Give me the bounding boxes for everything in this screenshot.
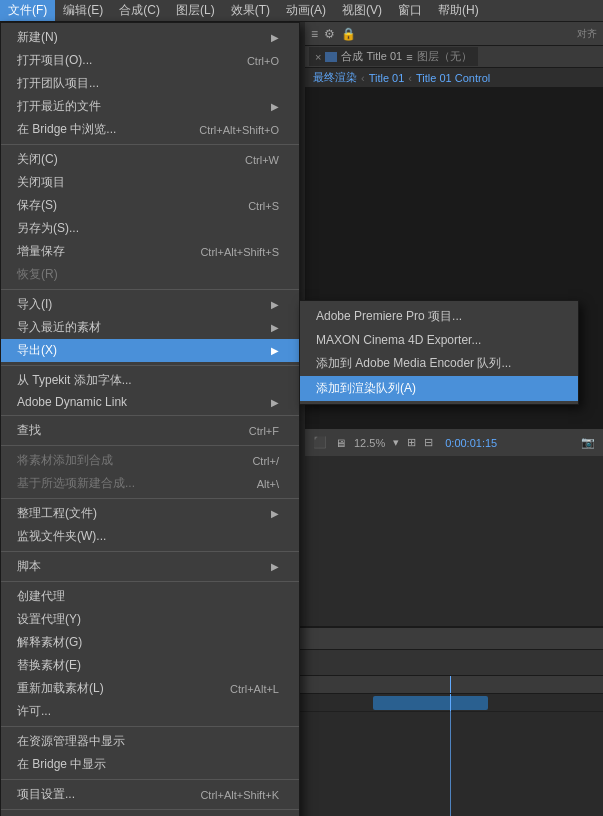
compose-tab-equal: ≡ bbox=[406, 51, 412, 63]
menu-item-close-label: 关闭(C) bbox=[17, 151, 58, 168]
menu-item-show-explorer[interactable]: 在资源管理器中显示 bbox=[1, 730, 299, 753]
compose-tab-icon bbox=[325, 52, 337, 62]
menu-item-dynamic-link-arrow: ▶ bbox=[271, 397, 279, 408]
sep-3 bbox=[1, 365, 299, 366]
menu-item-typekit[interactable]: 从 Typekit 添加字体... bbox=[1, 369, 299, 392]
menu-item-watch-folder[interactable]: 监视文件夹(W)... bbox=[1, 525, 299, 548]
panel-icon-3: 🔒 bbox=[341, 27, 356, 41]
sep-2 bbox=[1, 289, 299, 290]
panel-icon-2: ⚙ bbox=[324, 27, 335, 41]
menu-item-replace-footage-label: 替换素材(E) bbox=[17, 657, 81, 674]
menu-item-import-label: 导入(I) bbox=[17, 296, 52, 313]
breadcrumb-sep2: ‹ bbox=[408, 72, 412, 84]
menu-item-open-label: 打开项目(O)... bbox=[17, 52, 92, 69]
menu-item-bridge-shortcut: Ctrl+Alt+Shift+O bbox=[199, 124, 279, 136]
menu-item-increment-shortcut: Ctrl+Alt+Shift+S bbox=[200, 246, 279, 258]
sep-8 bbox=[1, 581, 299, 582]
menubar-item-layer[interactable]: 图层(L) bbox=[168, 0, 223, 21]
compose-tab[interactable]: × 合成 Title 01 ≡ 图层（无） bbox=[309, 47, 478, 66]
menu-item-open-recent[interactable]: 打开最近的文件 ▶ bbox=[1, 95, 299, 118]
menubar-item-window[interactable]: 窗口 bbox=[390, 0, 430, 21]
menu-item-new-label: 新建(N) bbox=[17, 29, 58, 46]
menu-item-show-explorer-label: 在资源管理器中显示 bbox=[17, 733, 125, 750]
menu-item-save[interactable]: 保存(S) Ctrl+S bbox=[1, 194, 299, 217]
layer-bar-1 bbox=[373, 696, 488, 710]
menu-item-revert-label: 恢复(R) bbox=[17, 266, 58, 283]
menu-item-import-arrow: ▶ bbox=[271, 299, 279, 310]
menu-item-create-proxy-label: 创建代理 bbox=[17, 588, 65, 605]
menu-item-reload-footage-label: 重新加载素材(L) bbox=[17, 680, 104, 697]
menubar-item-animation[interactable]: 动画(A) bbox=[278, 0, 334, 21]
menubar-item-help[interactable]: 帮助(H) bbox=[430, 0, 487, 21]
viewer-icon-render[interactable]: ⬛ bbox=[313, 436, 327, 449]
menu-item-reload-footage[interactable]: 重新加载素材(L) Ctrl+Alt+L bbox=[1, 677, 299, 700]
export-cinema4d[interactable]: MAXON Cinema 4D Exporter... bbox=[300, 329, 578, 351]
menu-item-revert: 恢复(R) bbox=[1, 263, 299, 286]
menu-item-consolidate[interactable]: 整理工程(文件) ▶ bbox=[1, 502, 299, 525]
compose-tab-label: 合成 Title 01 bbox=[341, 49, 402, 64]
menu-item-open-recent-arrow: ▶ bbox=[271, 101, 279, 112]
menu-item-close[interactable]: 关闭(C) Ctrl+W bbox=[1, 148, 299, 171]
menu-item-open[interactable]: 打开项目(O)... Ctrl+O bbox=[1, 49, 299, 72]
viewer-icon-monitor[interactable]: 🖥 bbox=[335, 437, 346, 449]
sep-4 bbox=[1, 415, 299, 416]
menubar-item-edit[interactable]: 编辑(E) bbox=[55, 0, 111, 21]
menu-item-set-proxy[interactable]: 设置代理(Y) bbox=[1, 608, 299, 631]
menu-item-bridge[interactable]: 在 Bridge 中浏览... Ctrl+Alt+Shift+O bbox=[1, 118, 299, 141]
menu-item-scripts[interactable]: 脚本 ▶ bbox=[1, 555, 299, 578]
menu-item-save-as-label: 另存为(S)... bbox=[17, 220, 79, 237]
menu-item-watch-folder-label: 监视文件夹(W)... bbox=[17, 528, 106, 545]
menu-item-open-team[interactable]: 打开团队项目... bbox=[1, 72, 299, 95]
breadcrumb-control[interactable]: Title 01 Control bbox=[416, 72, 490, 84]
menu-item-typekit-label: 从 Typekit 添加字体... bbox=[17, 372, 132, 389]
viewer-time: 0:00:01:15 bbox=[445, 437, 497, 449]
menu-item-bridge-label: 在 Bridge 中浏览... bbox=[17, 121, 116, 138]
menu-item-create-proxy[interactable]: 创建代理 bbox=[1, 585, 299, 608]
export-render-queue[interactable]: 添加到渲染队列(A) bbox=[300, 376, 578, 401]
menu-item-project-settings[interactable]: 项目设置... Ctrl+Alt+Shift+K bbox=[1, 783, 299, 806]
breadcrumb-render[interactable]: 最终渲染 bbox=[313, 70, 357, 85]
menu-item-new[interactable]: 新建(N) ▶ bbox=[1, 26, 299, 49]
viewer-icon-resize[interactable]: ⊞ bbox=[407, 436, 416, 449]
menu-item-show-bridge-label: 在 Bridge 中显示 bbox=[17, 756, 106, 773]
breadcrumb-title01[interactable]: Title 01 bbox=[369, 72, 405, 84]
menu-item-import-recent[interactable]: 导入最近的素材 ▶ bbox=[1, 316, 299, 339]
menu-item-set-proxy-label: 设置代理(Y) bbox=[17, 611, 81, 628]
menu-item-export[interactable]: 导出(X) ▶ bbox=[1, 339, 299, 362]
menubar-item-view[interactable]: 视图(V) bbox=[334, 0, 390, 21]
menu-item-replace-footage[interactable]: 替换素材(E) bbox=[1, 654, 299, 677]
menu-item-import[interactable]: 导入(I) ▶ bbox=[1, 293, 299, 316]
viewer-icon-camera[interactable]: 📷 bbox=[581, 436, 595, 449]
sep-10 bbox=[1, 779, 299, 780]
viewer-zoom[interactable]: 12.5% bbox=[354, 437, 385, 449]
viewer-icon-grid[interactable]: ⊟ bbox=[424, 436, 433, 449]
menu-item-import-recent-label: 导入最近的素材 bbox=[17, 319, 101, 336]
menubar-item-compose[interactable]: 合成(C) bbox=[111, 0, 168, 21]
menu-item-new-comp-selection-label: 基于所选项新建合成... bbox=[17, 475, 135, 492]
menu-item-close-project[interactable]: 关闭项目 bbox=[1, 171, 299, 194]
menubar: 文件(F) 编辑(E) 合成(C) 图层(L) 效果(T) 动画(A) 视图(V… bbox=[0, 0, 603, 22]
menu-item-new-comp-selection-shortcut: Alt+\ bbox=[257, 478, 279, 490]
file-menu: 新建(N) ▶ 打开项目(O)... Ctrl+O 打开团队项目... 打开最近… bbox=[0, 22, 300, 816]
menu-item-increment-save[interactable]: 增量保存 Ctrl+Alt+Shift+S bbox=[1, 240, 299, 263]
menu-item-scripts-arrow: ▶ bbox=[271, 561, 279, 572]
menu-item-open-team-label: 打开团队项目... bbox=[17, 75, 99, 92]
menu-item-new-arrow: ▶ bbox=[271, 32, 279, 43]
menu-item-license[interactable]: 许可... bbox=[1, 700, 299, 723]
export-media-encoder[interactable]: 添加到 Adobe Media Encoder 队列... bbox=[300, 351, 578, 376]
export-premiere[interactable]: Adobe Premiere Pro 项目... bbox=[300, 304, 578, 329]
menu-item-add-footage: 将素材添加到合成 Ctrl+/ bbox=[1, 449, 299, 472]
menu-item-interpret[interactable]: 解释素材(G) bbox=[1, 631, 299, 654]
menu-item-show-bridge[interactable]: 在 Bridge 中显示 bbox=[1, 753, 299, 776]
sep-5 bbox=[1, 445, 299, 446]
compose-tab-close[interactable]: × bbox=[315, 51, 321, 63]
menu-item-scripts-label: 脚本 bbox=[17, 558, 41, 575]
menu-item-dynamic-link[interactable]: Adobe Dynamic Link ▶ bbox=[1, 392, 299, 412]
viewer-zoom-arrow[interactable]: ▾ bbox=[393, 436, 399, 449]
menu-item-find[interactable]: 查找 Ctrl+F bbox=[1, 419, 299, 442]
menubar-item-effects[interactable]: 效果(T) bbox=[223, 0, 278, 21]
menubar-item-file[interactable]: 文件(F) bbox=[0, 0, 55, 21]
menu-item-save-as[interactable]: 另存为(S)... bbox=[1, 217, 299, 240]
menu-item-import-recent-arrow: ▶ bbox=[271, 322, 279, 333]
menu-item-new-comp-selection: 基于所选项新建合成... Alt+\ bbox=[1, 472, 299, 495]
